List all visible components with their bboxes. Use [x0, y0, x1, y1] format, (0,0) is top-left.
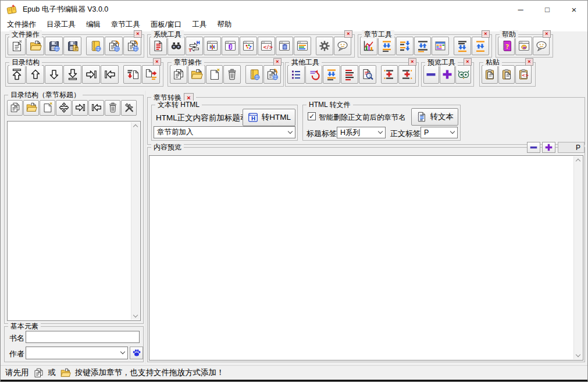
para-merge-down-button[interactable]	[378, 37, 395, 55]
bullet-list-button[interactable]	[287, 65, 305, 84]
paste-tools-close-button[interactable]: ×	[525, 58, 533, 66]
menu-file[interactable]: 文件操作	[2, 18, 41, 31]
red-doc-button[interactable]	[149, 37, 167, 55]
preview-tools-close-button[interactable]: ×	[464, 58, 472, 66]
import-list-button[interactable]	[123, 65, 141, 84]
chapter-tools-close-button[interactable]: ×	[482, 30, 490, 38]
window-paste-button[interactable]	[276, 37, 293, 55]
para-swap-button[interactable]	[414, 37, 432, 55]
zoom-in-button[interactable]	[440, 65, 455, 84]
scroll-down-icon[interactable]	[576, 352, 580, 357]
paste-code-button[interactable]: <>	[515, 65, 532, 84]
copy-web-button[interactable]	[105, 37, 123, 55]
new-page-button[interactable]	[206, 65, 223, 84]
window-code-button[interactable]: </>	[258, 37, 275, 55]
window-palette-button[interactable]	[240, 37, 257, 55]
demote-button[interactable]	[82, 65, 100, 84]
paste-page-button[interactable]	[482, 65, 498, 84]
preview-content-area[interactable]	[149, 155, 583, 360]
about-bubble-button[interactable]	[533, 37, 550, 55]
open-folder-button[interactable]	[26, 37, 44, 55]
window-bars-button[interactable]	[294, 37, 311, 55]
move-top-button[interactable]	[8, 65, 26, 84]
chapter-list-scrollbar[interactable]	[131, 122, 140, 320]
config-tools-button[interactable]	[121, 100, 137, 116]
menu-tools[interactable]: 工具	[187, 18, 212, 31]
minimize-button[interactable]: ─	[507, 1, 534, 18]
copy-pages-button[interactable]	[7, 100, 23, 116]
other-tools-close-button[interactable]: ×	[408, 58, 416, 66]
menu-edit[interactable]: 编辑	[81, 18, 106, 31]
window-tools-button[interactable]	[204, 37, 221, 55]
scroll-up-icon[interactable]	[133, 124, 138, 129]
window-attach-button[interactable]	[222, 37, 239, 55]
help-tools-close-button[interactable]: ×	[543, 30, 551, 38]
file-ops-close-button[interactable]: ×	[134, 30, 142, 38]
menu-help[interactable]: 帮助	[212, 18, 237, 31]
web-window-button[interactable]: w	[515, 37, 532, 55]
title-tag-combo[interactable]: H系列	[337, 127, 386, 138]
body-tag-combo[interactable]: P	[420, 127, 458, 138]
table-format-button[interactable]	[432, 37, 449, 55]
insert-line-alt-button[interactable]	[398, 65, 416, 84]
para-merge-down-button[interactable]	[323, 65, 340, 84]
dir-structure-close-button[interactable]: ×	[153, 58, 161, 66]
save-web-button[interactable]	[45, 37, 63, 55]
sys-tools-close-button[interactable]: ×	[344, 30, 352, 38]
author-combo[interactable]	[26, 347, 128, 359]
demote-button[interactable]	[72, 100, 88, 116]
book-title-input[interactable]	[26, 331, 140, 343]
convert-to-html-button[interactable]: H 转HTML	[243, 109, 295, 126]
promote-button[interactable]	[88, 100, 104, 116]
menu-panel[interactable]: 面板/窗口	[145, 18, 187, 31]
chapter-list[interactable]	[7, 121, 141, 321]
move-down-button[interactable]	[45, 65, 63, 84]
notebook-web-button[interactable]	[86, 37, 104, 55]
delete-trash-button[interactable]	[105, 100, 120, 116]
preview-owl-button[interactable]	[455, 65, 471, 84]
stats-chart-button[interactable]	[360, 37, 377, 55]
convert-to-text-button[interactable]: 转文本	[411, 108, 459, 126]
maximize-button[interactable]: □	[534, 1, 561, 18]
menu-chapter[interactable]: 章节工具	[106, 18, 145, 31]
save-doc-export-button[interactable]	[63, 37, 81, 55]
move-cross-button[interactable]	[56, 100, 72, 116]
search-doc-button[interactable]	[359, 65, 376, 84]
zoom-out-button[interactable]	[423, 65, 439, 84]
list-merge-down-button[interactable]	[454, 37, 471, 55]
help-book-button[interactable]: ?	[498, 37, 515, 55]
move-bottom-button[interactable]	[63, 65, 81, 84]
baidu-search-button[interactable]	[130, 347, 143, 359]
insert-line-button[interactable]	[381, 65, 398, 84]
delete-trash-button[interactable]	[223, 65, 241, 84]
smart-delete-checkbox[interactable]: ✓	[308, 112, 316, 120]
insert-mode-combo[interactable]: 章节前加入	[154, 126, 295, 138]
feedback-bubble-button[interactable]	[334, 37, 351, 55]
font-decrease-button[interactable]	[527, 142, 540, 153]
close-button[interactable]: ×	[561, 1, 587, 18]
export-list-button[interactable]	[142, 65, 160, 84]
promote-button[interactable]	[101, 65, 119, 84]
swap-text-html-button[interactable]: HT	[186, 37, 203, 55]
settings-gear-button[interactable]	[316, 37, 333, 55]
notebook-web-button[interactable]	[245, 65, 263, 84]
copy-web-alt-button[interactable]	[123, 37, 141, 55]
new-page-button[interactable]	[40, 100, 55, 116]
binoculars-button[interactable]	[168, 37, 185, 55]
preview-scrollbar[interactable]	[573, 156, 582, 359]
scroll-up-icon[interactable]	[576, 159, 580, 163]
scroll-down-icon[interactable]	[133, 313, 138, 317]
folder-page-button[interactable]	[23, 100, 39, 116]
copy-web-alt-button[interactable]	[263, 65, 281, 84]
font-increase-button[interactable]	[542, 142, 555, 153]
panel-splitter[interactable]	[145, 91, 146, 364]
para-indent-down-button[interactable]	[396, 37, 414, 55]
list-updown-button[interactable]	[472, 37, 489, 55]
replace-refresh-button[interactable]	[305, 65, 323, 84]
folder-page-button[interactable]	[188, 65, 205, 84]
chapter-ops-close-button[interactable]: ×	[273, 58, 281, 66]
move-up-button[interactable]	[26, 65, 44, 84]
copy-pages-button[interactable]	[170, 65, 187, 84]
menu-toc[interactable]: 目录工具	[41, 18, 81, 31]
red-list-button[interactable]	[341, 65, 358, 84]
